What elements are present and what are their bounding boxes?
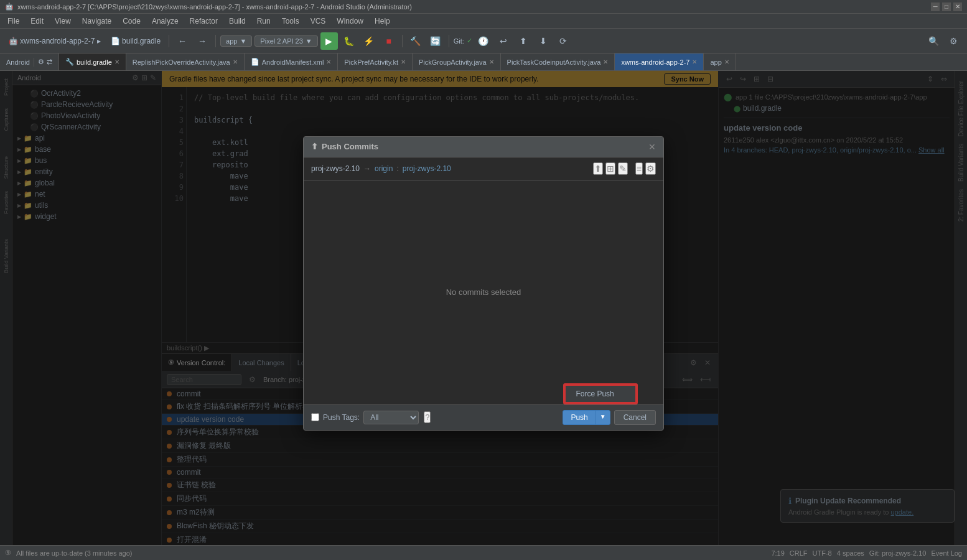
- vc-status-icon: ⑨: [5, 549, 11, 557]
- tab-picktask[interactable]: PickTaskCodeinputActivity.java ✕: [501, 54, 615, 70]
- branch-origin[interactable]: origin: [375, 164, 393, 173]
- push-tags-select[interactable]: All Annotated: [363, 411, 419, 424]
- device-selector[interactable]: Pixel 2 API 23 ▼: [255, 35, 317, 47]
- dialog-close-button[interactable]: ✕: [648, 142, 656, 152]
- menu-tools[interactable]: Tools: [277, 16, 304, 27]
- tab-manifest[interactable]: 📄 AndroidManifest.xml ✕: [245, 54, 339, 70]
- build-button[interactable]: 🔨: [407, 32, 424, 50]
- menu-refactor[interactable]: Refactor: [185, 16, 223, 27]
- no-commits-text: No commits selected: [446, 287, 521, 297]
- separator-3: [402, 35, 403, 47]
- tab-manifest-icon: 📄: [251, 58, 259, 66]
- tab-pickgroup-label: PickGroupActivity.java: [419, 58, 487, 66]
- debug-button[interactable]: 🐛: [340, 32, 358, 50]
- help-button[interactable]: ?: [424, 411, 431, 423]
- branch-push-icon[interactable]: ⬆: [593, 162, 603, 175]
- event-log[interactable]: Event Log: [931, 549, 962, 557]
- tab-xwms[interactable]: xwms-android-app-2-7 ✕: [615, 54, 704, 70]
- push-dropdown-button[interactable]: ▼: [596, 411, 610, 424]
- tab-pickpref-label: PickPrefActivity.kt: [344, 58, 398, 66]
- push-tags-container: Push Tags: All Annotated: [311, 411, 419, 424]
- minimize-button[interactable]: ─: [931, 2, 940, 11]
- position-info[interactable]: 7:19: [771, 549, 784, 557]
- git-push-button[interactable]: ⬆: [515, 32, 532, 50]
- git-branch-status[interactable]: Git: proj-zwys-2.10: [869, 549, 927, 557]
- tab-manifest-close[interactable]: ✕: [326, 58, 331, 65]
- tab-app[interactable]: app ✕: [704, 54, 736, 70]
- branch-grid-icon[interactable]: ⊞: [605, 162, 615, 175]
- tab-build-gradle-close[interactable]: ✕: [114, 58, 119, 65]
- search-everywhere-button[interactable]: 🔍: [925, 32, 942, 50]
- tab-picktask-close[interactable]: ✕: [603, 58, 608, 65]
- settings-button[interactable]: ⚙: [945, 32, 962, 50]
- separator-4: [449, 35, 449, 47]
- git-label: Git:: [454, 37, 464, 45]
- branch-settings-icon[interactable]: ⚙: [645, 162, 656, 175]
- push-button[interactable]: Push: [563, 411, 596, 424]
- git-history-button[interactable]: 🕐: [475, 32, 492, 50]
- indent[interactable]: 4 spaces: [837, 549, 864, 557]
- tab-android-label: Android: [6, 58, 30, 66]
- menu-analyze[interactable]: Analyze: [147, 16, 184, 27]
- push-tags-label: Push Tags:: [323, 413, 360, 422]
- tab-manifest-label: AndroidManifest.xml: [262, 58, 324, 66]
- git-pull-button[interactable]: ⬇: [535, 32, 552, 50]
- push-icon: ⬆: [311, 142, 318, 151]
- toolbar-back-button[interactable]: ←: [174, 32, 191, 50]
- tab-android-swap[interactable]: ⇄: [47, 58, 52, 66]
- tab-pickpref[interactable]: PickPrefActivity.kt ✕: [338, 54, 413, 70]
- title-bar: 🤖 xwms-android-app-2-7 [C:\APPS\project\…: [0, 0, 967, 14]
- git-info: Git: ✓ 🕐 ↩ ⬆ ⬇ ⟳: [454, 32, 572, 50]
- line-ending[interactable]: CRLF: [790, 549, 808, 557]
- menu-file[interactable]: File: [2, 16, 24, 27]
- menu-bar: File Edit View Navigate Code Analyze Ref…: [0, 14, 967, 29]
- tab-pickgroup-close[interactable]: ✕: [489, 58, 494, 65]
- tab-replish-close[interactable]: ✕: [233, 58, 238, 65]
- menu-vcs[interactable]: VCS: [306, 16, 331, 27]
- tab-pickpref-close[interactable]: ✕: [401, 58, 406, 65]
- close-button[interactable]: ✕: [953, 2, 962, 11]
- menu-help[interactable]: Help: [370, 16, 395, 27]
- toolbar-forward-button[interactable]: →: [194, 32, 211, 50]
- tab-build-gradle[interactable]: 🔧 build.gradle ✕: [59, 54, 126, 70]
- tab-android-settings[interactable]: ⚙: [38, 58, 44, 66]
- branch-align-icon[interactable]: ≡: [635, 162, 643, 175]
- app-selector[interactable]: app ▼: [220, 35, 252, 47]
- git-rollback-button[interactable]: ↩: [495, 32, 512, 50]
- menu-edit[interactable]: Edit: [26, 16, 49, 27]
- dialog-footer-right: Push ▼ Force Push Cancel: [563, 410, 656, 425]
- branch-colon: :: [396, 164, 398, 173]
- tab-separator: [34, 58, 34, 67]
- profile-button[interactable]: ⚡: [360, 32, 378, 50]
- git-merge-button[interactable]: ⟳: [554, 32, 572, 50]
- toolbar: 🤖 xwms-android-app-2-7 ▸ 📄 build.gradle …: [0, 29, 967, 54]
- menu-view[interactable]: View: [50, 16, 76, 27]
- app-icon: 🤖: [5, 2, 14, 11]
- force-push-item[interactable]: Force Push: [564, 385, 637, 403]
- run-button[interactable]: ▶: [320, 32, 338, 50]
- menu-run[interactable]: Run: [252, 16, 276, 27]
- tab-android[interactable]: Android ⚙ ⇄: [0, 54, 59, 70]
- maximize-button[interactable]: □: [942, 2, 951, 11]
- push-tags-checkbox[interactable]: [311, 413, 319, 421]
- branch-arrow: →: [363, 164, 371, 173]
- menu-navigate[interactable]: Navigate: [77, 16, 116, 27]
- branch-target[interactable]: proj-zwys-2.10: [403, 164, 451, 173]
- sync-button[interactable]: 🔄: [427, 32, 444, 50]
- menu-code[interactable]: Code: [118, 16, 146, 27]
- charset[interactable]: UTF-8: [813, 549, 832, 557]
- tab-app-close[interactable]: ✕: [724, 58, 729, 65]
- tab-xwms-close[interactable]: ✕: [692, 58, 697, 65]
- dialog-footer: Push Tags: All Annotated ? Push ▼ Force …: [304, 404, 663, 430]
- tab-replish[interactable]: ReplishPickOverrideActivity.java ✕: [126, 54, 245, 70]
- stop-button[interactable]: ■: [380, 32, 398, 50]
- branch-edit-icon[interactable]: ✎: [618, 162, 628, 175]
- tab-pickgroup[interactable]: PickGroupActivity.java ✕: [413, 54, 501, 70]
- file-label: 📄 build.gradle: [107, 37, 164, 45]
- menu-build[interactable]: Build: [224, 16, 251, 27]
- device-name: Pixel 2 API 23: [260, 37, 303, 45]
- cancel-button[interactable]: Cancel: [614, 410, 656, 425]
- window-title: xwms-android-app-2-7 [C:\APPS\project\21…: [17, 3, 412, 11]
- status-message: All files are up-to-date (3 minutes ago): [16, 549, 132, 557]
- menu-window[interactable]: Window: [332, 16, 368, 27]
